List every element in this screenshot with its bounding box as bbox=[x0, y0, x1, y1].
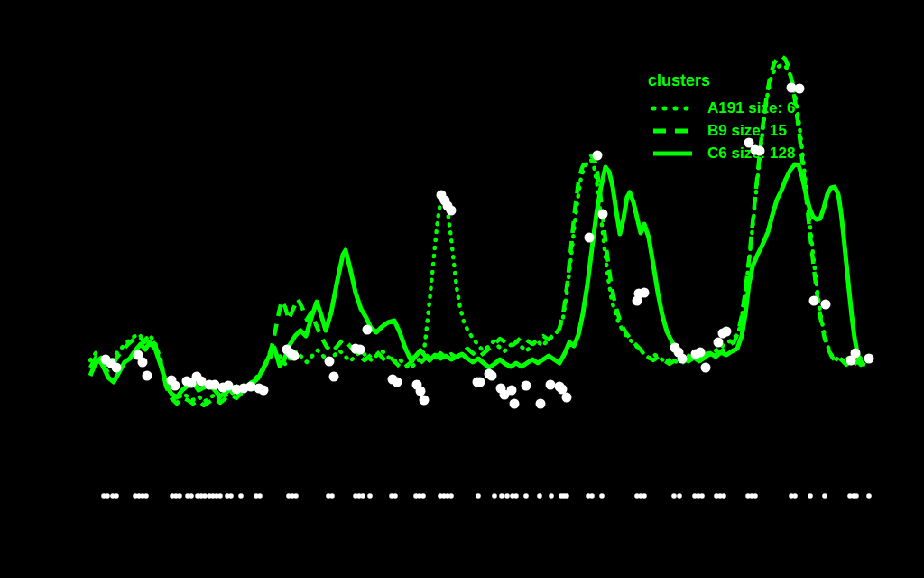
rug-tick bbox=[140, 493, 145, 499]
rug-tick bbox=[438, 493, 443, 499]
rug-tick bbox=[789, 493, 794, 499]
data-point bbox=[254, 384, 264, 394]
rug-tick bbox=[225, 493, 230, 499]
rug-tick bbox=[170, 493, 175, 499]
rug-tick bbox=[136, 493, 142, 499]
data-point bbox=[809, 296, 819, 306]
rug-tick bbox=[513, 493, 519, 499]
data-point bbox=[282, 345, 292, 355]
rug-tick bbox=[110, 493, 116, 499]
data-point bbox=[218, 383, 228, 393]
data-point bbox=[691, 350, 701, 359]
data-point bbox=[112, 363, 122, 373]
rug-tick bbox=[504, 493, 510, 499]
data-point bbox=[864, 354, 874, 364]
rug-tick bbox=[753, 493, 758, 499]
rug-tick bbox=[822, 493, 827, 499]
data-point bbox=[598, 210, 608, 219]
rug-tick bbox=[417, 493, 422, 499]
data-point bbox=[167, 376, 177, 386]
rug-tick bbox=[420, 493, 426, 499]
data-point bbox=[795, 84, 805, 94]
data-point bbox=[714, 338, 724, 348]
data-point bbox=[821, 300, 831, 310]
data-point bbox=[633, 296, 642, 306]
rug-tick bbox=[326, 493, 331, 499]
rug-tick bbox=[217, 493, 223, 499]
rug-tick bbox=[360, 493, 365, 499]
rug-tick bbox=[499, 493, 504, 499]
data-point bbox=[351, 344, 361, 354]
data-point bbox=[718, 329, 728, 339]
rug-tick bbox=[510, 493, 515, 499]
data-point bbox=[678, 354, 688, 364]
data-point bbox=[239, 384, 249, 394]
rug-tick bbox=[537, 493, 542, 499]
rug-tick bbox=[564, 493, 569, 499]
rug-tick bbox=[189, 493, 194, 499]
rug-tick bbox=[101, 493, 106, 499]
rug-tick bbox=[441, 493, 447, 499]
data-point bbox=[558, 385, 568, 395]
rug-tick bbox=[808, 493, 813, 499]
data-point bbox=[473, 378, 483, 387]
rug-tick bbox=[356, 493, 362, 499]
data-point bbox=[443, 201, 453, 211]
data-point bbox=[246, 382, 256, 392]
data-point bbox=[325, 357, 335, 367]
rug-tick bbox=[847, 493, 853, 499]
data-point bbox=[290, 351, 300, 361]
rug-tick bbox=[202, 493, 208, 499]
rug-tick bbox=[677, 493, 682, 499]
data-point bbox=[510, 399, 520, 409]
rug-tick bbox=[143, 493, 149, 499]
data-point bbox=[640, 288, 650, 298]
data-point bbox=[210, 380, 220, 390]
legend-entry-c6: C6 size: 128 bbox=[646, 142, 795, 164]
data-point bbox=[232, 385, 242, 395]
data-point bbox=[259, 386, 269, 396]
rug-tick bbox=[238, 493, 244, 499]
rug-tick bbox=[214, 493, 219, 499]
data-point bbox=[447, 206, 457, 216]
data-point bbox=[846, 356, 856, 366]
solid-line-sample-icon bbox=[651, 150, 694, 157]
data-point bbox=[106, 359, 116, 368]
rug-tick bbox=[389, 493, 394, 499]
rug-tick bbox=[854, 493, 859, 499]
data-point bbox=[420, 396, 430, 406]
rug-tick bbox=[105, 493, 110, 499]
legend-label-b9: B9 size: 15 bbox=[707, 123, 787, 138]
data-point bbox=[585, 233, 595, 243]
rug-tick bbox=[642, 493, 647, 499]
data-point bbox=[329, 372, 339, 382]
rug-tick bbox=[393, 493, 398, 499]
data-point bbox=[674, 348, 684, 358]
rug-tick bbox=[699, 493, 705, 499]
data-point bbox=[487, 371, 497, 381]
rug-tick bbox=[549, 493, 554, 499]
legend-label-a191: A191 size: 6 bbox=[707, 100, 795, 116]
data-point bbox=[356, 345, 365, 355]
dashed-line-sample-icon bbox=[651, 127, 694, 135]
data-point bbox=[546, 380, 556, 390]
rug-tick bbox=[792, 493, 798, 499]
data-point bbox=[205, 380, 215, 390]
data-point bbox=[476, 378, 485, 387]
data-point bbox=[412, 380, 422, 390]
rug-tick bbox=[207, 493, 212, 499]
rug-tick bbox=[561, 493, 567, 499]
data-point bbox=[485, 369, 494, 379]
data-point bbox=[722, 327, 732, 337]
rug-tick bbox=[634, 493, 640, 499]
legend-entry-a191: A191 size: 6 bbox=[646, 97, 795, 119]
rug-tick bbox=[589, 493, 595, 499]
rug-tick bbox=[445, 493, 450, 499]
dotted-line-sample-icon bbox=[651, 105, 694, 112]
rug-tick bbox=[210, 493, 216, 499]
data-point bbox=[536, 399, 546, 409]
rug-tick bbox=[329, 493, 335, 499]
rug-tick bbox=[638, 493, 643, 499]
data-point bbox=[500, 390, 510, 400]
rug-tick bbox=[367, 493, 373, 499]
